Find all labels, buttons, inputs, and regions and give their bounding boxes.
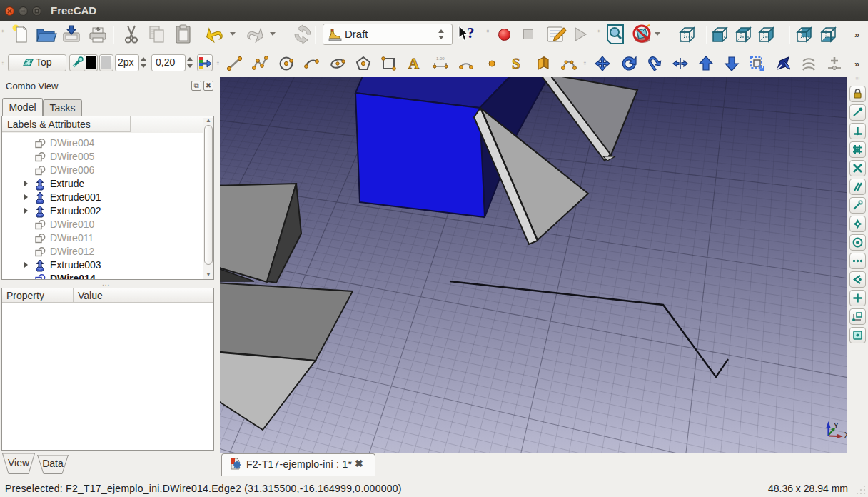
svg-text:?: ? bbox=[467, 24, 475, 41]
svg-text:Y: Y bbox=[834, 422, 839, 430]
svg-text:1.00: 1.00 bbox=[436, 56, 445, 61]
svg-text:S: S bbox=[512, 55, 520, 72]
svg-text:A: A bbox=[408, 55, 420, 72]
